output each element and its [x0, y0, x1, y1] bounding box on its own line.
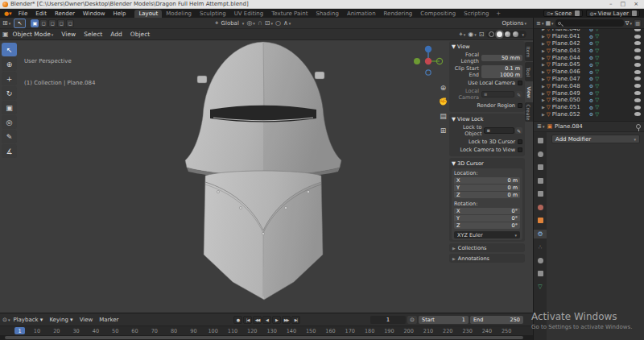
editor-type-icon[interactable]: ⊞▾ — [2, 19, 10, 27]
visibility-eye-icon[interactable] — [634, 106, 641, 110]
visibility-eye-icon[interactable] — [634, 29, 641, 31]
outliner-filter-collection-icon[interactable]: ▦▾ — [545, 20, 553, 27]
expand-icon[interactable]: ▶ — [542, 69, 545, 74]
blender-app-menu-icon[interactable]: ●▾ — [4, 10, 12, 17]
tool-annotate-button[interactable]: ✎ — [2, 130, 17, 143]
visibility-eye-icon[interactable] — [634, 112, 641, 116]
play-reverse-button[interactable]: ◀ — [262, 316, 271, 324]
transform-orientation-dropdown[interactable]: Global — [221, 20, 239, 27]
viewport-menu-add[interactable]: Add — [106, 31, 126, 38]
lock-to-object-field[interactable]: ▪ — [484, 127, 514, 134]
workspace-tab-layout[interactable]: Layout — [134, 10, 162, 18]
outliner-settings-icon[interactable]: ▥ — [634, 19, 642, 27]
snap-magnet-icon[interactable]: ∩ — [258, 19, 262, 27]
visibility-eye-icon[interactable] — [634, 63, 641, 67]
workspace-tab-scripting[interactable]: Scripting — [460, 10, 493, 18]
sidebar-tab-create[interactable]: Create — [525, 102, 533, 122]
clip-start-field[interactable]: 0.1 m — [481, 65, 522, 72]
viewport-menu-object[interactable]: Object — [126, 31, 154, 38]
scene-selector[interactable]: ⊙▾ Scene — [543, 10, 583, 17]
viewport-menu-select[interactable]: Select — [80, 31, 106, 38]
tool-rotate-button[interactable]: ↻ — [2, 86, 17, 100]
timeline-menu-view[interactable]: View — [76, 317, 97, 323]
outliner-row-plane-049[interactable]: ▶▽Plane.049⚙▽ — [534, 89, 644, 97]
outliner-filter-icon[interactable]: ∇▾ — [625, 20, 632, 27]
properties-tab-object[interactable] — [535, 216, 545, 225]
outliner-row-plane-045[interactable]: ▶▽Plane.045⚙▽ — [534, 61, 644, 68]
timeline-menu-keying[interactable]: Keying ▾ — [46, 317, 76, 323]
outliner-display-mode-icon[interactable]: ≡▾ — [536, 20, 543, 27]
tool-move-button[interactable]: + — [2, 72, 17, 85]
eyedropper-icon[interactable]: ✎ — [515, 127, 522, 134]
expand-icon[interactable]: ▶ — [542, 34, 545, 39]
expand-icon[interactable]: ▶ — [542, 112, 545, 117]
new-scene-icon[interactable] — [575, 10, 580, 16]
timeline-ruler[interactable]: 1 10203040506070809010011012013014015016… — [0, 325, 533, 335]
shading-rendered-button[interactable] — [513, 31, 518, 37]
properties-tab-tool[interactable] — [535, 136, 545, 145]
minimize-button[interactable]: – — [609, 1, 613, 7]
falloff-curve-icon[interactable]: ∧▾ — [283, 19, 291, 27]
outliner-row-plane-046[interactable]: ▶▽Plane.046⚙▽ — [534, 68, 644, 76]
menu-render[interactable]: Render — [51, 10, 79, 17]
timeline-editor-type-icon[interactable]: ⊙▾ — [2, 317, 10, 323]
select-mode-invert-button[interactable]: ◻ — [57, 19, 65, 27]
menu-file[interactable]: File — [14, 10, 32, 17]
cursor-location-x-field[interactable]: X0 m — [454, 177, 520, 184]
tool-measure-button[interactable]: ∡ — [2, 144, 17, 158]
outliner-row-plane-043[interactable]: ▶▽Plane.043⚙▽ — [534, 47, 644, 54]
outliner-row-plane-051[interactable]: ▶▽Plane.051⚙▽ — [534, 104, 644, 111]
close-button[interactable]: × — [634, 1, 638, 7]
maximize-button[interactable]: □ — [621, 1, 626, 7]
use-local-camera-checkbox[interactable] — [518, 81, 522, 85]
frame-end-field[interactable]: End250 — [470, 316, 523, 324]
focal-length-field[interactable]: 50 mm — [481, 55, 522, 61]
workspace-tab-compositing[interactable]: Compositing — [416, 10, 460, 18]
view-layer-selector[interactable]: ◍▾ View Layer — [586, 10, 640, 17]
sidebar-tab-view[interactable]: View — [525, 82, 533, 102]
select-mode-tweak-button[interactable]: ▣ — [31, 19, 39, 27]
eyedropper-icon[interactable]: ✎ — [515, 91, 522, 97]
active-tool-button[interactable]: ↖ — [14, 19, 26, 28]
viewport-menu-view[interactable]: View — [57, 31, 80, 38]
autokey-record-button[interactable]: ● — [233, 316, 242, 324]
cursor-rotation-x-field[interactable]: X0° — [454, 208, 520, 214]
outliner-row-plane-044[interactable]: ▶▽Plane.044⚙▽ — [534, 54, 644, 61]
show-gizmo-icon[interactable]: ⌖▾ — [459, 31, 465, 39]
pin-icon[interactable] — [636, 124, 641, 129]
outliner-row-plane-052[interactable]: ▶▽Plane.052⚙▽ — [534, 111, 644, 118]
view-lock-header[interactable]: ▼ View Lock — [452, 116, 522, 122]
annotations-panel-header[interactable]: ▶Annotations — [449, 254, 525, 263]
zoom-icon[interactable]: ⊕ — [438, 82, 448, 93]
new-view-layer-icon[interactable] — [632, 10, 637, 16]
expand-icon[interactable]: ▶ — [542, 77, 545, 81]
outliner-row-plane-050[interactable]: ▶▽Plane.050⚙▽ — [534, 97, 644, 104]
properties-editor-type-icon[interactable]: ≣▾ — [537, 123, 544, 130]
tool-transform-button[interactable]: ◎ — [2, 115, 17, 129]
view-panel-header[interactable]: ▼ View — [452, 44, 522, 50]
frame-start-field[interactable]: Start1 — [419, 316, 469, 324]
sidebar-tab-tool[interactable]: Tool — [525, 62, 533, 81]
shading-wireframe-button[interactable] — [489, 31, 494, 37]
helmet-model[interactable] — [181, 40, 354, 313]
clip-end-field[interactable]: 1000 m — [481, 72, 522, 78]
properties-tab-particles[interactable]: ∴ — [535, 243, 545, 251]
workspace-tab-modeling[interactable]: Modeling — [162, 10, 196, 18]
lock-camera-checkbox[interactable] — [518, 147, 522, 152]
properties-tab-constraints[interactable] — [535, 269, 545, 278]
visibility-eye-icon[interactable] — [634, 84, 641, 88]
properties-tab-physics[interactable] — [535, 256, 545, 265]
tool-scale-button[interactable]: ▣ — [2, 101, 17, 114]
camera-view-icon[interactable]: ▤ — [438, 110, 448, 121]
visibility-eye-icon[interactable] — [634, 56, 641, 60]
collections-panel-header[interactable]: ▶Collections — [449, 243, 525, 252]
menu-help[interactable]: Help — [109, 10, 130, 17]
timeline-scrollbar[interactable] — [0, 335, 533, 340]
snap-target-icon[interactable]: ⊡▾ — [265, 19, 273, 27]
auto-keyframe-icon[interactable]: ⊙ — [407, 316, 417, 324]
expand-icon[interactable]: ▶ — [542, 48, 545, 53]
visibility-eye-icon[interactable] — [634, 35, 641, 39]
proportional-editing-icon[interactable]: ○ — [275, 19, 281, 27]
select-mode-intersect-button[interactable]: ◻ — [66, 19, 74, 27]
workspace-tab-uv-editing[interactable]: UV Editing — [230, 10, 268, 18]
